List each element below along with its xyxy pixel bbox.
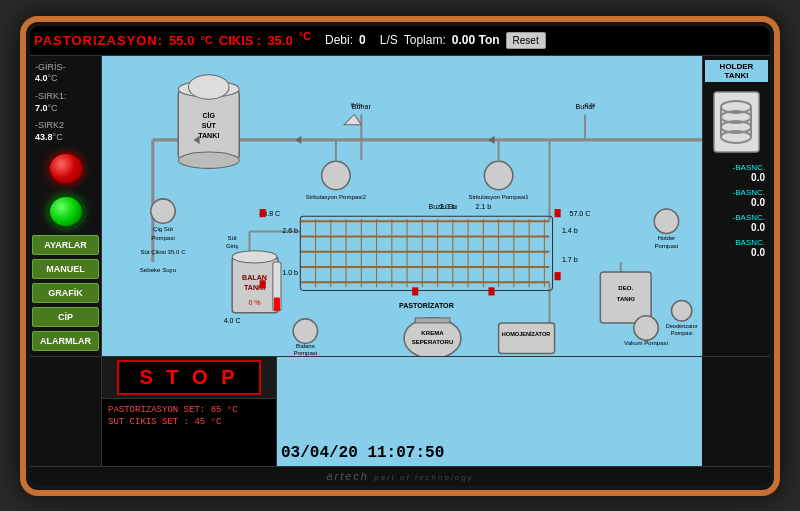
brand-bar: artech part of technology [30,466,770,486]
sirk1-sensor: -SIRK1: 7.0°C [32,89,99,116]
left-sidebar: -GİRİS- 4.0°C -SIRK1: 7.0°C -SIRK2 43.8°… [30,56,102,356]
svg-text:Pompasi: Pompasi [655,241,679,248]
svg-text:1.0 b: 1.0 b [282,269,298,277]
header-bar: PASTORIZASYON: 55.0 °C CIKIS : 35.0 °C D… [30,26,770,56]
pastorizasyon-title: PASTORIZASYON: [34,33,163,48]
svg-text:CİG: CİG [202,111,215,119]
green-indicator [48,195,84,228]
bottom-right-pad [702,357,770,466]
bottom-center: 03/04/20 11:07:50 [277,357,702,466]
svg-rect-103 [488,287,494,295]
manuel-button[interactable]: MANUEL [32,259,99,279]
svg-text:0 %: 0 % [351,101,362,108]
svg-text:0 %: 0 % [248,298,261,306]
svg-rect-88 [499,322,555,353]
giris-sensor: -GİRİS- 4.0°C [32,60,99,87]
svg-text:2.1 b: 2.1 b [475,203,491,211]
svg-text:1.4 b: 1.4 b [562,227,578,235]
bottom-area: S T O P PASTORIZASYON SET: 85 °C SUT CIK… [30,356,770,466]
basnc-1: -BASNC. 0.0 [705,162,768,184]
svg-text:Pompasi: Pompasi [294,349,318,356]
grafik-button[interactable]: GRAFİK [32,283,99,303]
red-indicator [48,152,84,185]
svg-text:2.6 b: 2.6 b [282,227,298,235]
svg-text:0 %: 0 % [585,101,596,108]
svg-text:4.0 C: 4.0 C [224,316,241,324]
svg-text:57.0 C: 57.0 C [569,210,590,218]
reset-button[interactable]: Reset [506,32,546,49]
stop-button[interactable]: S T O P [117,360,260,395]
right-sidebar: HOLDER TANKI -BASNC. [702,56,770,356]
svg-rect-101 [555,272,561,280]
svg-text:HOMOJENİZATOR: HOMOJENİZATOR [502,331,550,337]
alarmlar-button[interactable]: ALARMLAR [32,331,99,351]
svg-point-22 [178,152,239,168]
device-frame: PASTORIZASYON: 55.0 °C CIKIS : 35.0 °C D… [20,16,780,496]
bottom-left-pad [30,357,102,466]
svg-rect-98 [260,209,266,217]
stop-btn-area: S T O P [102,357,276,399]
screen: PASTORIZASYON: 55.0 °C CIKIS : 35.0 °C D… [30,26,770,486]
svg-text:TANKI: TANKI [198,131,219,139]
stop-panel: S T O P PASTORIZASYON SET: 85 °C SUT CIK… [102,357,277,466]
temp-out-unit: °C [299,30,311,42]
svg-point-47 [484,161,512,189]
ls-label: L/S [380,33,398,47]
svg-point-84 [404,317,461,355]
svg-text:KREMA: KREMA [421,329,444,336]
svg-point-95 [671,300,691,320]
svg-text:Vakum Pompasi: Vakum Pompasi [624,339,668,346]
svg-point-28 [232,250,277,262]
temp-in: 55.0 [169,33,194,48]
basnc-4: BASNC. 0.0 [705,237,768,259]
svg-text:Balans: Balans [296,342,315,349]
svg-text:Giriş: Giriş [226,241,239,248]
svg-point-23 [188,74,229,98]
toplam-value: 0.00 Ton [452,33,500,47]
svg-text:Süt Çikisi 35.0 C: Süt Çikisi 35.0 C [140,247,186,254]
svg-text:Süt: Süt [228,233,237,240]
brand-name: artech part of technology [326,470,473,482]
cip-button[interactable]: CİP [32,307,99,327]
svg-text:1.7 b: 1.7 b [562,255,578,263]
svg-rect-33 [274,297,280,310]
past-set-line: PASTORIZASYON SET: 85 °C [108,405,270,415]
svg-text:Pompasi: Pompasi [151,233,175,240]
timestamp: 03/04/20 11:07:50 [281,444,444,462]
svg-text:Sirkulasyon Pompasi2: Sirkulasyon Pompasi2 [306,192,367,199]
svg-text:TANKI: TANKI [617,294,635,301]
svg-text:SÜT: SÜT [202,120,217,129]
debi-label: Debi: [325,33,353,47]
sut-cikis-line: SUT CIKIS SET : 45 °C [108,417,270,427]
set-info: PASTORIZASYON SET: 85 °C SUT CIKIS SET :… [102,399,276,466]
ayarlar-button[interactable]: AYARLAR [32,235,99,255]
svg-text:PASTORİZATOR: PASTORİZATOR [399,301,454,309]
toplam-label: Toplam: [404,33,446,47]
svg-rect-102 [412,287,418,295]
sirk2-sensor: -SIRK2 43.8°C [32,118,99,145]
holder-tanki-label: HOLDER TANKI [705,60,768,82]
svg-text:2.3 b: 2.3 b [440,203,456,211]
svg-point-81 [293,318,317,342]
svg-rect-85 [415,317,450,322]
svg-point-42 [322,161,350,189]
debi-value: 0 [359,33,366,47]
svg-text:Pompasi: Pompasi [671,330,693,336]
temp-in-unit: °C [200,34,212,46]
process-area: CİG SÜT TANKI BALAN TANKI 0 % Çig Süt Po [102,56,702,356]
svg-rect-99 [260,280,266,288]
basnc-2: -BASNC. 0.0 [705,187,768,209]
svg-rect-100 [555,209,561,217]
svg-text:Holder: Holder [657,233,675,240]
svg-text:DEO.: DEO. [618,284,633,291]
svg-text:Sebeke Suyu: Sebeke Suyu [140,266,176,273]
svg-text:Sirkulasyon Pompasi1: Sirkulasyon Pompasi1 [468,192,529,199]
temp-out: 35.0 [267,33,292,48]
svg-text:Çig Süt: Çig Süt [153,225,173,232]
svg-point-78 [654,209,678,233]
svg-point-93 [634,315,658,339]
svg-text:SEPERATORU: SEPERATORU [412,338,454,345]
cikis-label: CIKIS : [219,33,262,48]
svg-text:Deoderizator: Deoderizator [666,323,698,329]
basnc-3: -BASNC. 0.0 [705,212,768,234]
